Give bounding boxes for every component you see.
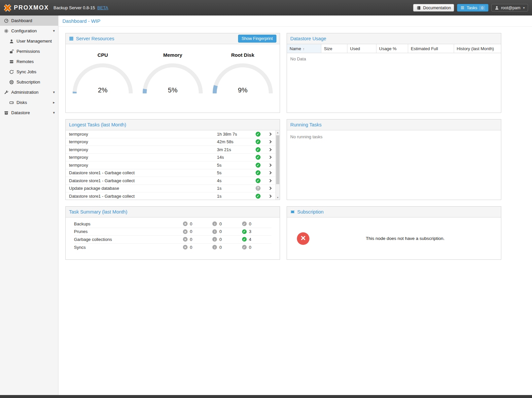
beta-link[interactable]: BETA [97, 5, 108, 10]
task-row[interactable]: termproxy 14s [66, 154, 275, 162]
scroll-down-button[interactable] [276, 195, 280, 200]
datastore-usage-columns: Name Size Used Usage % Estimated Full Hi… [287, 44, 501, 53]
chevron-right-icon [268, 187, 271, 190]
panel-title: Running Tasks [290, 122, 322, 127]
column-header-history[interactable]: History (last Month) [454, 44, 501, 53]
task-status-icon [256, 178, 261, 183]
page-header: Dashboard - WIP [58, 16, 532, 27]
memory-gauge: Memory 5% [140, 52, 206, 95]
cpu-gauge: CPU 2% [70, 52, 136, 95]
sort-asc-icon [301, 46, 305, 51]
chevron-right-icon [268, 148, 271, 151]
page-title: Dashboard - WIP [62, 18, 100, 24]
task-name: Datastore store1 - Garbage collect [69, 170, 217, 175]
user-menu-button[interactable]: root@pam [491, 4, 528, 12]
open-task-button[interactable] [264, 180, 275, 182]
show-fingerprint-button[interactable]: Show Fingerprint [238, 35, 277, 43]
sidebar-item-label: Dashboard [11, 18, 32, 23]
open-task-button[interactable] [264, 141, 275, 143]
running-tasks-panel: Running Tasks No running tasks [287, 119, 501, 200]
open-task-button[interactable] [264, 172, 275, 174]
product-version: Backup Server 0.8-15 [53, 5, 95, 10]
sidebar-item-configuration[interactable]: Configuration [0, 26, 58, 36]
tasks-button[interactable]: Tasks 0 [457, 4, 488, 12]
task-row[interactable]: termproxy 5s [66, 161, 275, 169]
warning-icon [212, 245, 217, 249]
task-duration: 1s [217, 194, 252, 199]
open-task-button[interactable] [264, 187, 275, 189]
column-header-usage-pct[interactable]: Usage % [376, 44, 408, 53]
task-row[interactable]: Datastore store1 - Garbage collect 1s [66, 192, 275, 200]
column-header-size[interactable]: Size [321, 44, 347, 53]
sidebar-item-dashboard[interactable]: Dashboard [0, 16, 58, 26]
brand-wordmark: PROXMOX [14, 4, 49, 11]
ok-icon [242, 221, 247, 226]
task-status-icon [256, 147, 261, 152]
documentation-button[interactable]: Documentation [413, 4, 454, 12]
sidebar-item-sync-jobs[interactable]: Sync Jobs [0, 67, 58, 77]
sidebar-item-datastore[interactable]: Datastore [0, 108, 58, 118]
task-row[interactable]: Datastore store1 - Garbage collect 4s [66, 177, 275, 185]
summary-row-prunes[interactable]: Prunes 0 0 3 [74, 228, 271, 236]
sidebar-item-remotes[interactable]: Remotes [0, 56, 58, 67]
task-row[interactable]: Datastore store1 - Garbage collect 5s [66, 169, 275, 177]
no-data-text: No Data [287, 53, 501, 65]
task-status-icon [256, 139, 261, 144]
open-task-button[interactable] [264, 149, 275, 151]
subscription-panel: Subscription This node does not have a s… [287, 206, 501, 260]
sync-icon [9, 70, 14, 74]
top-bar: PROXMOX Backup Server 0.8-15 BETA Docume… [0, 0, 532, 16]
sidebar-item-subscription[interactable]: Subscription [0, 77, 58, 87]
sidebar-item-disks[interactable]: Disks [0, 97, 58, 108]
open-task-button[interactable] [264, 156, 275, 158]
column-header-name[interactable]: Name [287, 44, 321, 53]
chevron-down-icon[interactable] [53, 90, 55, 94]
sidebar-item-user-management[interactable]: User Management [0, 36, 58, 46]
hdd-icon [9, 100, 14, 105]
task-duration: 5s [217, 170, 252, 175]
task-row[interactable]: termproxy 42m 58s [66, 138, 275, 146]
warning-count: 0 [219, 245, 222, 250]
chevron-down-icon[interactable] [53, 111, 55, 115]
task-row[interactable]: termproxy 3m 21s [66, 146, 275, 154]
panel-title: Datastore Usage [290, 36, 326, 41]
open-task-button[interactable] [264, 195, 275, 197]
summary-row-syncs[interactable]: Syncs 0 0 0 [74, 244, 271, 251]
proxmox-x-icon [3, 4, 12, 12]
sidebar-item-label: Remotes [17, 59, 34, 64]
task-name: termproxy [69, 155, 217, 160]
summary-label: Prunes [74, 229, 183, 234]
scroll-up-button[interactable] [276, 130, 280, 135]
warning-count: 0 [219, 229, 222, 234]
chevron-down-icon[interactable] [53, 29, 55, 33]
error-count: 0 [190, 245, 192, 250]
sidebar-item-permissions[interactable]: Permissions [0, 46, 58, 56]
open-task-button[interactable] [264, 133, 275, 135]
sidebar-item-label: Administration [11, 90, 38, 95]
summary-row-backups[interactable]: Backups 0 0 0 [74, 220, 271, 228]
sidebar-item-administration[interactable]: Administration [0, 87, 58, 97]
task-name: Datastore store1 - Garbage collect [69, 194, 217, 199]
ok-count: 0 [249, 221, 251, 226]
datastore-usage-header: Datastore Usage [287, 33, 501, 44]
chevron-right-icon [268, 179, 271, 182]
scrollbar[interactable] [275, 130, 280, 200]
summary-row-garbage-collections[interactable]: Garbage collections 0 0 4 [74, 236, 271, 244]
task-row[interactable]: Update package database 1s [66, 185, 275, 193]
task-summary-panel: Task Summary (last Month) Backups 0 0 0 … [65, 206, 280, 260]
server-stack-icon [9, 59, 14, 64]
task-status-icon [256, 155, 261, 160]
task-row[interactable]: termproxy 1h 38m 7s [66, 130, 275, 138]
gauge-value: 9% [212, 86, 273, 94]
open-task-button[interactable] [264, 164, 275, 166]
task-duration: 3m 21s [217, 147, 252, 152]
column-header-used[interactable]: Used [347, 44, 376, 53]
sidebar-item-label: User Management [17, 39, 52, 44]
column-header-estimated-full[interactable]: Estimated Full [408, 44, 454, 53]
scrollbar-thumb[interactable] [276, 135, 279, 184]
main-content: Dashboard - WIP Server Resources Show Fi… [58, 16, 532, 395]
chevron-right-icon [268, 140, 271, 144]
task-list-icon [460, 6, 465, 10]
task-status-icon [256, 194, 261, 199]
chevron-right-icon[interactable] [53, 100, 55, 105]
